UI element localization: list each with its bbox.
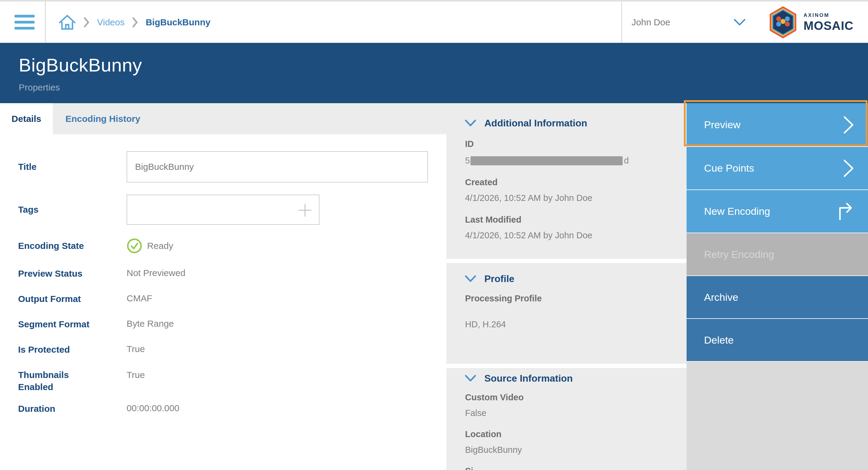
tags-field-row: Tags bbox=[18, 195, 446, 225]
breadcrumb: Videos BigBuckBunny bbox=[59, 14, 210, 31]
section-header-source-information[interactable]: Source Information bbox=[465, 372, 687, 384]
app-root: Videos BigBuckBunny John Doe bbox=[0, 0, 868, 470]
details-pane: Details Encoding History Title Tags bbox=[0, 103, 446, 470]
encoding-state-value: Ready bbox=[147, 240, 173, 251]
section-additional-information: Additional Information ID 5 d Created 4/… bbox=[446, 103, 687, 259]
new-encoding-button[interactable]: New Encoding bbox=[687, 190, 868, 233]
chevron-right-icon bbox=[843, 116, 854, 134]
preview-status-value: Not Previewed bbox=[127, 268, 185, 278]
breadcrumb-current: BigBuckBunny bbox=[146, 17, 210, 27]
last-modified-value: 4/1/2026, 10:52 AM by John Doe bbox=[465, 231, 687, 240]
axinom-mosaic-logo: AXINOM MOSAIC bbox=[769, 6, 854, 38]
preview-button[interactable]: Preview bbox=[687, 103, 868, 146]
output-format-value: CMAF bbox=[127, 293, 152, 304]
cue-points-button[interactable]: Cue Points bbox=[687, 147, 868, 189]
segment-format-value: Byte Range bbox=[127, 318, 174, 329]
home-icon[interactable] bbox=[59, 14, 76, 31]
logo-product-text: MOSAIC bbox=[804, 20, 854, 32]
logo-brand-text: AXINOM bbox=[804, 13, 854, 18]
details-form: Title Tags bbox=[0, 151, 446, 415]
user-menu[interactable]: John Doe bbox=[632, 17, 746, 27]
check-circle-icon bbox=[127, 238, 142, 254]
tabbar: Details Encoding History bbox=[0, 103, 446, 134]
breadcrumb-link-videos[interactable]: Videos bbox=[97, 17, 124, 27]
duration-value: 00:00:00.000 bbox=[127, 403, 179, 414]
tags-label: Tags bbox=[18, 204, 127, 216]
chevron-down-icon bbox=[734, 19, 746, 26]
duration-label: Duration bbox=[18, 403, 127, 415]
output-format-label: Output Format bbox=[18, 293, 127, 305]
tags-input[interactable] bbox=[127, 195, 319, 225]
add-tag-icon[interactable] bbox=[297, 202, 313, 220]
chevron-down-icon bbox=[465, 120, 476, 126]
topbar-divider bbox=[621, 1, 622, 43]
custom-video-label: Custom Video bbox=[465, 393, 687, 402]
is-protected-label: Is Protected bbox=[18, 344, 127, 356]
breadcrumb-separator-icon bbox=[84, 17, 89, 27]
title-input[interactable] bbox=[127, 151, 428, 182]
topbar: Videos BigBuckBunny John Doe bbox=[0, 0, 868, 43]
encoding-state-row: Encoding State Ready bbox=[18, 238, 446, 254]
delete-button[interactable]: Delete bbox=[687, 319, 868, 361]
info-panel: Additional Information ID 5 d Created 4/… bbox=[446, 103, 687, 470]
location-value: BigBuckBunny bbox=[465, 445, 687, 454]
topbar-divider bbox=[45, 1, 46, 43]
user-name: John Doe bbox=[632, 17, 670, 27]
output-format-row: Output Format CMAF bbox=[18, 293, 446, 305]
section-header-additional-information[interactable]: Additional Information bbox=[465, 117, 687, 129]
location-label: Location bbox=[465, 430, 687, 439]
encoding-state-label: Encoding State bbox=[18, 238, 127, 254]
redaction-bar bbox=[470, 156, 623, 165]
chevron-right-icon bbox=[843, 159, 854, 178]
title-label: Title bbox=[18, 161, 127, 173]
archive-button[interactable]: Archive bbox=[687, 276, 868, 318]
segment-format-label: Segment Format bbox=[18, 318, 127, 330]
section-profile: Profile Processing Profile HD, H.264 bbox=[446, 263, 687, 364]
clipped-next-field-label: Si bbox=[465, 466, 687, 470]
page-title: BigBuckBunny bbox=[19, 54, 868, 76]
menu-icon[interactable] bbox=[14, 15, 35, 30]
id-value-redacted: 5 d bbox=[465, 156, 687, 166]
chevron-down-icon bbox=[465, 375, 476, 382]
tab-details[interactable]: Details bbox=[0, 103, 53, 134]
thumbnails-enabled-label: Thumbnails Enabled bbox=[18, 369, 127, 393]
created-value: 4/1/2026, 10:52 AM by John Doe bbox=[465, 194, 687, 202]
thumbnails-enabled-row: Thumbnails Enabled True bbox=[18, 369, 446, 393]
retry-encoding-button: Retry Encoding bbox=[687, 233, 868, 275]
mosaic-hexagon-icon bbox=[769, 6, 798, 38]
id-label: ID bbox=[465, 139, 687, 148]
custom-video-value: False bbox=[465, 408, 687, 417]
arrow-turn-right-icon bbox=[837, 202, 854, 221]
action-panel: Preview Cue Points New Encoding bbox=[687, 103, 868, 470]
last-modified-label: Last Modified bbox=[465, 215, 687, 224]
created-label: Created bbox=[465, 178, 687, 187]
title-field-row: Title bbox=[18, 151, 446, 182]
duration-row: Duration 00:00:00.000 bbox=[18, 403, 446, 415]
page-subtitle: Properties bbox=[19, 82, 868, 93]
is-protected-row: Is Protected True bbox=[18, 344, 446, 356]
content: Details Encoding History Title Tags bbox=[0, 103, 868, 470]
tab-encoding-history[interactable]: Encoding History bbox=[53, 103, 153, 134]
processing-profile-label: Processing Profile bbox=[465, 294, 687, 303]
page-header: BigBuckBunny Properties bbox=[0, 43, 868, 103]
segment-format-row: Segment Format Byte Range bbox=[18, 318, 446, 330]
preview-status-row: Preview Status Not Previewed bbox=[18, 268, 446, 280]
section-source-information: Source Information Custom Video False Lo… bbox=[446, 368, 687, 470]
processing-profile-value: HD, H.264 bbox=[465, 320, 687, 329]
preview-status-label: Preview Status bbox=[18, 268, 127, 280]
thumbnails-enabled-value: True bbox=[127, 369, 145, 381]
action-panel-filler bbox=[687, 362, 868, 470]
chevron-down-icon bbox=[465, 275, 476, 282]
section-header-profile[interactable]: Profile bbox=[465, 273, 687, 285]
is-protected-value: True bbox=[127, 344, 145, 354]
breadcrumb-separator-icon bbox=[132, 17, 138, 27]
